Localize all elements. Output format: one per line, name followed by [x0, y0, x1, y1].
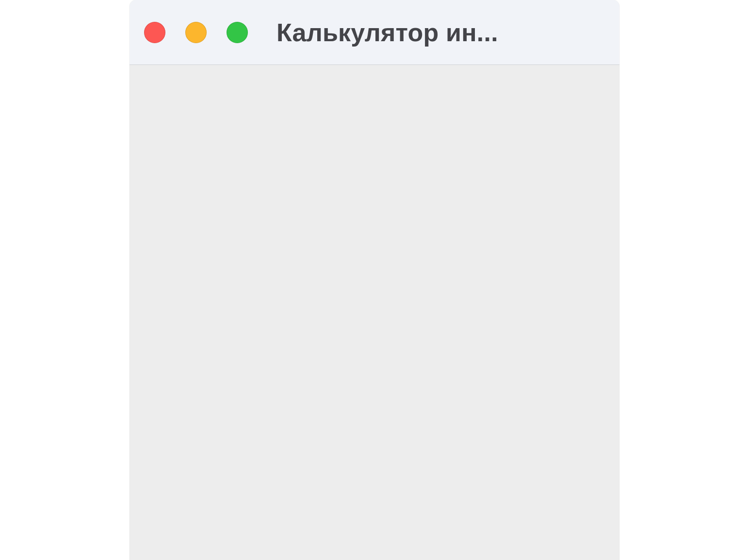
desktop-stage: Калькулятор ин... [0, 0, 747, 560]
minimize-icon[interactable] [185, 22, 207, 43]
titlebar[interactable]: Калькулятор ин... [130, 0, 619, 65]
traffic-lights [144, 22, 248, 43]
close-icon[interactable] [144, 22, 165, 43]
window-content [130, 65, 619, 560]
zoom-icon[interactable] [227, 22, 248, 43]
window-title: Калькулятор ин... [276, 18, 610, 47]
app-window: Калькулятор ин... [130, 0, 619, 560]
